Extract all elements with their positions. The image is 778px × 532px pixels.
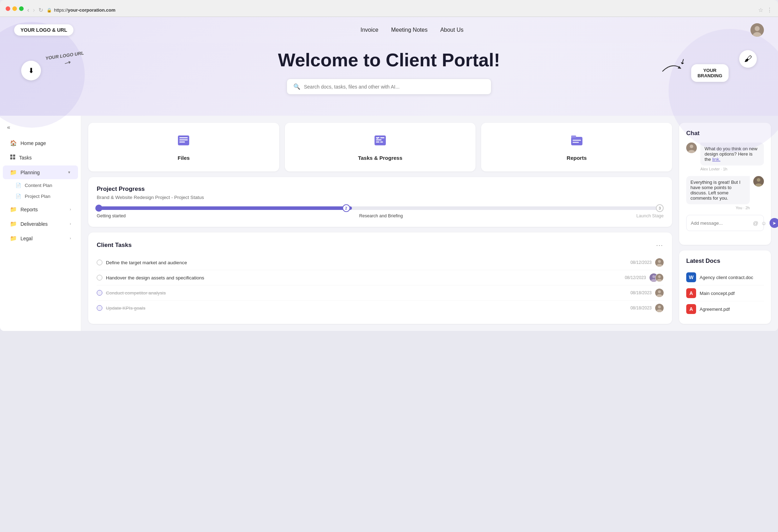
url-text: https://your-corporation.com <box>54 7 115 13</box>
mention-icon[interactable]: @ <box>753 220 758 226</box>
task-checkbox[interactable] <box>97 260 102 265</box>
task-checkbox-done[interactable] <box>97 305 102 311</box>
sidebar-subitem-project-plan[interactable]: 📄 Project Plan <box>0 191 81 202</box>
svg-rect-17 <box>380 141 383 143</box>
chat-meta: You · 2h <box>686 206 750 210</box>
task-label: Define the target market and audience <box>106 260 627 265</box>
svg-rect-19 <box>571 135 576 138</box>
svg-point-29 <box>658 276 660 278</box>
task-checkbox[interactable] <box>97 275 102 280</box>
nav-forward-button[interactable]: › <box>33 6 35 14</box>
card-files[interactable]: Files <box>88 123 279 171</box>
chevron-right-icon: › <box>70 222 71 226</box>
svg-rect-6 <box>10 157 12 159</box>
chat-avatar <box>753 176 764 187</box>
card-reports[interactable]: Reports <box>481 123 672 171</box>
svg-rect-20 <box>573 140 581 141</box>
svg-point-26 <box>652 275 655 278</box>
nav-invoice[interactable]: Invoice <box>360 27 378 33</box>
progress-stage-3: 3 <box>656 204 664 212</box>
tasks-title: Client Tasks <box>97 242 132 249</box>
progress-track: ✓ 2 3 <box>97 206 664 210</box>
search-input[interactable] <box>304 84 485 90</box>
minimize-window-button[interactable] <box>12 6 17 11</box>
send-icon: ➤ <box>772 220 776 226</box>
card-tasks-progress[interactable]: Tasks & Progress <box>285 123 476 171</box>
doc-item[interactable]: A Main concept.pdf <box>686 285 764 301</box>
svg-point-38 <box>690 145 693 148</box>
svg-point-23 <box>658 260 661 263</box>
latest-docs-card: Latest Docs W Agency client contract.doc… <box>679 250 771 324</box>
task-item: Handover the design assets and specifica… <box>97 270 664 285</box>
url-bar[interactable]: 🔒 https://your-corporation.com <box>47 7 755 13</box>
svg-rect-14 <box>380 137 384 138</box>
task-item: Define the target market and audience 08… <box>97 255 664 270</box>
logo-badge[interactable]: YOUR LOGO & URL <box>14 24 73 36</box>
download-badge[interactable]: ⬇ <box>21 61 41 80</box>
folder-icon: 📁 <box>10 206 17 213</box>
task-item: Update KPIs goals 08/18/2023 <box>97 301 664 315</box>
card-label: Tasks & Progress <box>292 155 469 161</box>
refresh-button[interactable]: ↻ <box>38 7 43 13</box>
task-checkbox-done[interactable] <box>97 290 102 296</box>
document-icon: 📄 <box>16 194 21 199</box>
hero-section: ⬇ YOUR LOGO URL ↗ ↙ 🖌 YOUR BRANDING Welc… <box>0 43 778 116</box>
sidebar-item-deliverables[interactable]: 📁 Deliverables › <box>3 217 78 231</box>
doc-name: Agency client contract.doc <box>700 275 753 280</box>
tasks-menu-icon[interactable]: ⋯ <box>656 241 664 249</box>
chat-send-button[interactable]: ➤ <box>770 218 778 228</box>
sidebar: « 🏠 Home page Tasks 📁 Planning ▼ 📄 Conte… <box>0 116 81 331</box>
svg-point-41 <box>757 178 760 182</box>
avatar[interactable] <box>750 23 764 37</box>
sidebar-item-label: Home page <box>20 140 71 146</box>
stage-label-3: Launch Stage <box>636 213 664 218</box>
word-doc-icon: W <box>686 272 696 282</box>
chat-bubble: Everything is great! But I have some poi… <box>686 176 750 204</box>
progress-title: Project Progress <box>97 186 664 193</box>
sidebar-subitem-content-plan[interactable]: 📄 Content Plan <box>0 180 81 191</box>
download-icon: ⬇ <box>28 66 34 75</box>
svg-rect-4 <box>10 155 12 157</box>
chat-input-row[interactable]: @ ☺ ➤ <box>686 215 764 231</box>
more-options-icon[interactable]: ⋮ <box>767 7 772 13</box>
nav-meeting-notes[interactable]: Meeting Notes <box>391 27 427 33</box>
cards-row: Files <box>88 123 672 171</box>
folder-icon: 📁 <box>10 169 17 176</box>
emoji-icon[interactable]: ☺ <box>761 220 766 226</box>
doc-item[interactable]: A Agreement.pdf <box>686 301 764 317</box>
sidebar-item-tasks[interactable]: Tasks <box>3 151 78 165</box>
bookmark-icon[interactable]: ☆ <box>758 7 763 13</box>
svg-point-32 <box>658 290 661 293</box>
sidebar-item-reports[interactable]: 📁 Reports › <box>3 202 78 216</box>
tasks-icon <box>10 154 16 161</box>
sidebar-item-legal[interactable]: 📁 Legal › <box>3 231 78 245</box>
lock-icon: 🔒 <box>47 8 52 13</box>
task-label: Update KPIs goals <box>106 306 627 311</box>
folder-icon: 📁 <box>10 220 17 227</box>
sidebar-item-planning[interactable]: 📁 Planning ▼ <box>3 165 78 179</box>
chevron-down-icon: ▼ <box>67 170 71 174</box>
folder-icon: 📁 <box>10 235 17 242</box>
chat-input-actions: @ ☺ ➤ <box>753 218 778 228</box>
doc-item[interactable]: W Agency client contract.doc <box>686 270 764 285</box>
sidebar-item-label: Deliverables <box>20 221 66 227</box>
content-area: Files <box>81 116 778 331</box>
tasks-progress-icon <box>292 133 469 151</box>
card-label: Reports <box>488 155 665 161</box>
main-layout: « 🏠 Home page Tasks 📁 Planning ▼ 📄 Conte… <box>0 116 778 331</box>
svg-rect-11 <box>179 141 185 143</box>
hero-search[interactable]: 🔍 <box>287 79 491 95</box>
hero-title: Welcome to Client Portal! <box>14 50 764 70</box>
stage-label-1: Getting started <box>97 213 126 218</box>
chat-input[interactable] <box>691 220 750 226</box>
task-item: Conduct competitor analysis 08/18/2023 <box>97 285 664 301</box>
sidebar-item-home[interactable]: 🏠 Home page <box>3 136 78 150</box>
chat-link[interactable]: link. <box>712 157 720 162</box>
svg-rect-9 <box>179 137 188 138</box>
paint-icon-circle: 🖌 <box>739 50 757 68</box>
nav-back-button[interactable]: ‹ <box>27 6 29 14</box>
maximize-window-button[interactable] <box>19 6 24 11</box>
nav-about-us[interactable]: About Us <box>440 27 463 33</box>
close-window-button[interactable] <box>6 6 10 11</box>
middle-column: Files <box>88 123 672 324</box>
